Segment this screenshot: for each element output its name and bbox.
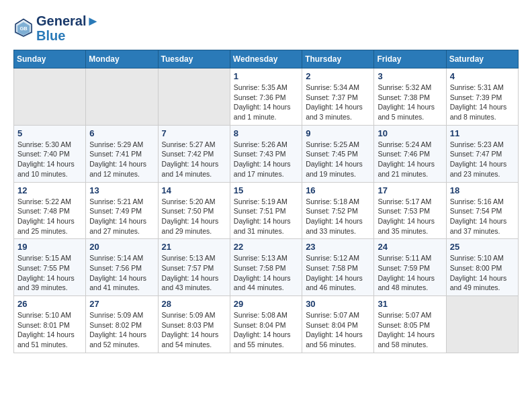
day-number: 14 xyxy=(162,185,226,195)
day-number: 9 xyxy=(306,128,370,138)
week-row-3: 12Sunrise: 5:22 AM Sunset: 7:48 PM Dayli… xyxy=(14,182,519,239)
logo-icon: GB xyxy=(13,18,34,38)
day-info: Sunrise: 5:31 AM Sunset: 7:39 PM Dayligh… xyxy=(450,83,515,122)
day-number: 15 xyxy=(234,185,298,195)
logo-text: General► Blue xyxy=(36,13,99,43)
calendar-cell: 26Sunrise: 5:10 AM Sunset: 8:01 PM Dayli… xyxy=(14,296,86,353)
calendar-header-row: SundayMondayTuesdayWednesdayThursdayFrid… xyxy=(14,50,519,68)
calendar-cell: 16Sunrise: 5:18 AM Sunset: 7:52 PM Dayli… xyxy=(302,182,374,239)
calendar-cell: 3Sunrise: 5:32 AM Sunset: 7:38 PM Daylig… xyxy=(374,68,446,126)
calendar-cell: 7Sunrise: 5:27 AM Sunset: 7:42 PM Daylig… xyxy=(158,125,230,182)
day-header-friday: Friday xyxy=(374,50,446,68)
svg-text:GB: GB xyxy=(19,26,28,32)
day-info: Sunrise: 5:13 AM Sunset: 7:58 PM Dayligh… xyxy=(234,253,298,293)
day-info: Sunrise: 5:15 AM Sunset: 7:55 PM Dayligh… xyxy=(17,253,82,293)
day-header-monday: Monday xyxy=(86,50,158,68)
calendar-cell: 12Sunrise: 5:22 AM Sunset: 7:48 PM Dayli… xyxy=(14,182,86,239)
day-number: 21 xyxy=(162,242,226,252)
day-info: Sunrise: 5:07 AM Sunset: 8:04 PM Dayligh… xyxy=(306,310,370,350)
calendar-cell: 8Sunrise: 5:26 AM Sunset: 7:43 PM Daylig… xyxy=(230,125,302,182)
calendar-cell xyxy=(158,68,230,126)
day-info: Sunrise: 5:27 AM Sunset: 7:42 PM Dayligh… xyxy=(162,140,226,179)
day-info: Sunrise: 5:25 AM Sunset: 7:45 PM Dayligh… xyxy=(306,140,370,179)
day-info: Sunrise: 5:13 AM Sunset: 7:57 PM Dayligh… xyxy=(162,253,226,293)
day-number: 11 xyxy=(450,128,515,138)
day-info: Sunrise: 5:12 AM Sunset: 7:58 PM Dayligh… xyxy=(306,253,370,293)
calendar-cell: 20Sunrise: 5:14 AM Sunset: 7:56 PM Dayli… xyxy=(86,239,158,296)
day-header-wednesday: Wednesday xyxy=(230,50,302,68)
calendar-cell: 9Sunrise: 5:25 AM Sunset: 7:45 PM Daylig… xyxy=(302,125,374,182)
day-header-tuesday: Tuesday xyxy=(158,50,230,68)
day-info: Sunrise: 5:24 AM Sunset: 7:46 PM Dayligh… xyxy=(378,140,442,179)
day-info: Sunrise: 5:26 AM Sunset: 7:43 PM Dayligh… xyxy=(234,140,298,179)
calendar-cell: 17Sunrise: 5:17 AM Sunset: 7:53 PM Dayli… xyxy=(374,182,446,239)
calendar-cell: 25Sunrise: 5:10 AM Sunset: 8:00 PM Dayli… xyxy=(446,239,518,296)
day-number: 20 xyxy=(89,242,154,252)
day-number: 27 xyxy=(89,299,154,309)
calendar-cell: 19Sunrise: 5:15 AM Sunset: 7:55 PM Dayli… xyxy=(14,239,86,296)
day-number: 12 xyxy=(17,185,82,195)
day-number: 23 xyxy=(306,242,370,252)
day-number: 18 xyxy=(450,185,515,195)
calendar-cell: 22Sunrise: 5:13 AM Sunset: 7:58 PM Dayli… xyxy=(230,239,302,296)
day-number: 3 xyxy=(378,71,442,81)
calendar-cell: 21Sunrise: 5:13 AM Sunset: 7:57 PM Dayli… xyxy=(158,239,230,296)
day-number: 22 xyxy=(234,242,298,252)
day-number: 4 xyxy=(450,71,515,81)
day-number: 10 xyxy=(378,128,442,138)
day-number: 6 xyxy=(89,128,154,138)
day-header-saturday: Saturday xyxy=(446,50,518,68)
day-number: 31 xyxy=(378,299,442,309)
day-info: Sunrise: 5:30 AM Sunset: 7:40 PM Dayligh… xyxy=(17,140,82,179)
day-header-thursday: Thursday xyxy=(302,50,374,68)
day-info: Sunrise: 5:22 AM Sunset: 7:48 PM Dayligh… xyxy=(17,197,82,236)
day-number: 25 xyxy=(450,242,515,252)
calendar-cell: 5Sunrise: 5:30 AM Sunset: 7:40 PM Daylig… xyxy=(14,125,86,182)
calendar-cell: 4Sunrise: 5:31 AM Sunset: 7:39 PM Daylig… xyxy=(446,68,518,126)
calendar-cell xyxy=(446,296,518,353)
calendar-cell: 11Sunrise: 5:23 AM Sunset: 7:47 PM Dayli… xyxy=(446,125,518,182)
calendar-cell: 23Sunrise: 5:12 AM Sunset: 7:58 PM Dayli… xyxy=(302,239,374,296)
day-info: Sunrise: 5:17 AM Sunset: 7:53 PM Dayligh… xyxy=(378,197,442,236)
day-info: Sunrise: 5:08 AM Sunset: 8:04 PM Dayligh… xyxy=(234,310,298,350)
day-info: Sunrise: 5:09 AM Sunset: 8:02 PM Dayligh… xyxy=(89,310,154,350)
day-number: 1 xyxy=(234,71,298,81)
day-number: 7 xyxy=(162,128,226,138)
day-number: 8 xyxy=(234,128,298,138)
calendar-cell: 28Sunrise: 5:09 AM Sunset: 8:03 PM Dayli… xyxy=(158,296,230,353)
day-number: 30 xyxy=(306,299,370,309)
calendar-cell xyxy=(14,68,86,126)
day-info: Sunrise: 5:35 AM Sunset: 7:36 PM Dayligh… xyxy=(234,83,298,122)
day-number: 26 xyxy=(17,299,82,309)
day-number: 2 xyxy=(306,71,370,81)
week-row-5: 26Sunrise: 5:10 AM Sunset: 8:01 PM Dayli… xyxy=(14,296,519,353)
calendar-cell: 24Sunrise: 5:11 AM Sunset: 7:59 PM Dayli… xyxy=(374,239,446,296)
day-info: Sunrise: 5:10 AM Sunset: 8:00 PM Dayligh… xyxy=(450,253,515,293)
calendar-cell: 29Sunrise: 5:08 AM Sunset: 8:04 PM Dayli… xyxy=(230,296,302,353)
day-info: Sunrise: 5:10 AM Sunset: 8:01 PM Dayligh… xyxy=(17,310,82,350)
calendar-cell: 18Sunrise: 5:16 AM Sunset: 7:54 PM Dayli… xyxy=(446,182,518,239)
day-number: 29 xyxy=(234,299,298,309)
day-number: 17 xyxy=(378,185,442,195)
calendar-cell xyxy=(86,68,158,126)
calendar-cell: 2Sunrise: 5:34 AM Sunset: 7:37 PM Daylig… xyxy=(302,68,374,126)
day-info: Sunrise: 5:19 AM Sunset: 7:51 PM Dayligh… xyxy=(234,197,298,236)
logo: GB General► Blue xyxy=(13,13,99,43)
calendar-cell: 27Sunrise: 5:09 AM Sunset: 8:02 PM Dayli… xyxy=(86,296,158,353)
day-info: Sunrise: 5:29 AM Sunset: 7:41 PM Dayligh… xyxy=(89,140,154,179)
calendar-cell: 1Sunrise: 5:35 AM Sunset: 7:36 PM Daylig… xyxy=(230,68,302,126)
calendar-cell: 30Sunrise: 5:07 AM Sunset: 8:04 PM Dayli… xyxy=(302,296,374,353)
day-info: Sunrise: 5:07 AM Sunset: 8:05 PM Dayligh… xyxy=(378,310,442,350)
day-info: Sunrise: 5:34 AM Sunset: 7:37 PM Dayligh… xyxy=(306,83,370,122)
day-number: 24 xyxy=(378,242,442,252)
day-number: 13 xyxy=(89,185,154,195)
day-info: Sunrise: 5:11 AM Sunset: 7:59 PM Dayligh… xyxy=(378,253,442,293)
calendar-table: SundayMondayTuesdayWednesdayThursdayFrid… xyxy=(13,50,519,353)
day-number: 5 xyxy=(17,128,82,138)
day-number: 16 xyxy=(306,185,370,195)
week-row-4: 19Sunrise: 5:15 AM Sunset: 7:55 PM Dayli… xyxy=(14,239,519,296)
day-info: Sunrise: 5:16 AM Sunset: 7:54 PM Dayligh… xyxy=(450,197,515,236)
day-number: 19 xyxy=(17,242,82,252)
day-info: Sunrise: 5:14 AM Sunset: 7:56 PM Dayligh… xyxy=(89,253,154,293)
week-row-2: 5Sunrise: 5:30 AM Sunset: 7:40 PM Daylig… xyxy=(14,125,519,182)
